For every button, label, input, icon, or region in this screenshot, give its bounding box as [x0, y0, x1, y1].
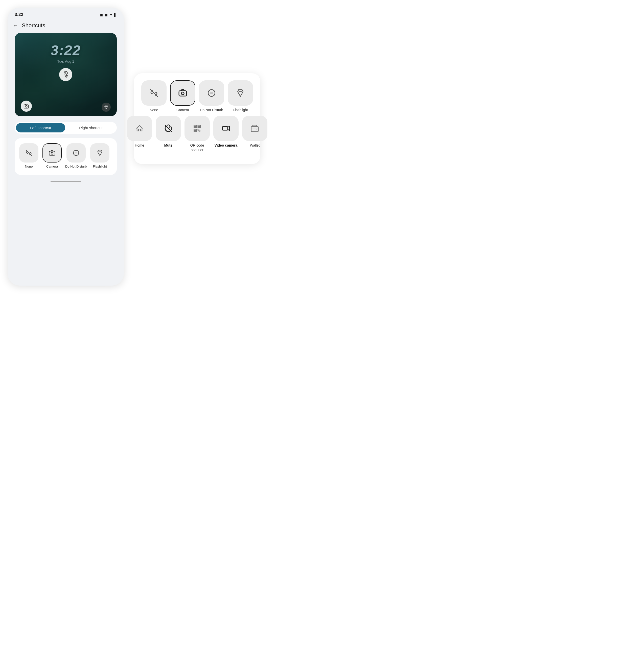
svg-point-6: [51, 152, 53, 154]
popup-none-button[interactable]: [141, 80, 166, 105]
shortcut-flashlight-label: Flashlight: [93, 164, 107, 169]
popup-qr-button[interactable]: [185, 116, 210, 141]
popup-item-flashlight: Flashlight: [228, 80, 253, 112]
shortcut-dnd-label: Do Not Disturb: [65, 164, 87, 169]
popup-flashlight-label: Flashlight: [233, 107, 248, 112]
lockscreen-right-shortcut[interactable]: [101, 102, 111, 112]
sim2-icon: ▣: [104, 13, 108, 17]
popup-dnd-label: Do Not Disturb: [200, 107, 223, 112]
popup-item-home: Home: [127, 116, 152, 152]
popup-mute-button[interactable]: [156, 116, 181, 141]
svg-marker-2: [104, 105, 108, 109]
tab-right-shortcut[interactable]: Right shortcut: [66, 123, 116, 132]
popup-home-button[interactable]: [127, 116, 152, 141]
popup-flashlight-button[interactable]: [228, 80, 253, 105]
svg-marker-9: [98, 150, 102, 156]
shortcut-item-dnd: Do Not Disturb: [65, 143, 87, 169]
page-title: Shortcuts: [22, 22, 45, 29]
popup-dnd-button[interactable]: [199, 80, 224, 105]
shortcut-tabs: Left shortcut Right shortcut: [15, 122, 117, 134]
popup-item-videocam: Video camera: [213, 116, 238, 152]
svg-point-1: [25, 105, 27, 107]
svg-rect-26: [251, 127, 258, 132]
popup-item-dnd: Do Not Disturb: [199, 80, 224, 112]
status-time: 3:22: [15, 12, 23, 17]
sim-icon: ▣: [99, 13, 103, 17]
fingerprint-icon: [59, 68, 72, 81]
status-icons: ▣ ▣ ▼ ▌: [99, 13, 117, 17]
popup-item-qr: QR code scanner: [185, 116, 210, 152]
shortcut-dnd-button[interactable]: [66, 143, 86, 162]
shortcut-item-flashlight: Flashlight: [90, 143, 110, 169]
popup-videocam-label: Video camera: [215, 143, 237, 148]
lockscreen-date: Tue, Aug 1: [57, 59, 74, 63]
lockscreen-preview: 3:22 Tue, Aug 1: [15, 33, 117, 116]
popup-mute-label: Mute: [164, 143, 172, 148]
shortcut-grid: None Camera: [19, 143, 113, 169]
popup-videocam-button[interactable]: [213, 116, 238, 141]
popup-camera-button[interactable]: [170, 80, 195, 105]
popup-camera-label: Camera: [176, 107, 189, 112]
shortcut-camera-button[interactable]: [43, 143, 62, 162]
popup-panel: None Camera Do Not Disturb: [134, 73, 260, 164]
popup-item-none: None: [141, 80, 166, 112]
back-button[interactable]: ←: [13, 23, 18, 28]
popup-qr-label: QR code scanner: [185, 143, 210, 152]
home-indicator: [51, 181, 81, 182]
popup-wallet-button[interactable]: [242, 116, 267, 141]
shortcut-item-none: None: [19, 143, 39, 169]
svg-rect-24: [195, 130, 196, 131]
popup-row-2: Home Mute: [140, 116, 254, 152]
shortcut-grid-container: None Camera: [15, 138, 117, 175]
popup-item-mute: Mute: [156, 116, 181, 152]
popup-row-1: None Camera Do Not Disturb: [140, 80, 254, 112]
svg-point-13: [182, 92, 184, 95]
popup-item-camera: Camera: [170, 80, 195, 112]
phone-frame: 3:22 ▣ ▣ ▼ ▌ ← Shortcuts 3:22 Tue, Aug 1: [8, 8, 124, 286]
shortcut-camera-label: Camera: [46, 164, 58, 169]
svg-rect-5: [49, 151, 55, 155]
svg-rect-12: [179, 91, 187, 96]
shortcut-none-label: None: [25, 164, 32, 169]
popup-home-label: Home: [135, 143, 144, 148]
tab-left-shortcut[interactable]: Left shortcut: [16, 123, 65, 132]
svg-rect-23: [199, 126, 200, 127]
page-header: ← Shortcuts: [8, 19, 124, 33]
popup-wallet-label: Wallet: [250, 143, 260, 148]
popup-none-label: None: [150, 107, 158, 112]
lockscreen-time: 3:22: [51, 42, 81, 58]
svg-rect-22: [195, 126, 196, 127]
status-bar: 3:22 ▣ ▣ ▼ ▌: [8, 8, 124, 19]
battery-icon: ▌: [114, 13, 117, 17]
popup-item-wallet: Wallet: [242, 116, 267, 152]
shortcut-item-camera: Camera: [42, 143, 62, 169]
shortcut-none-button[interactable]: [19, 143, 39, 162]
svg-rect-25: [222, 127, 228, 130]
shortcut-flashlight-button[interactable]: [90, 143, 110, 162]
lockscreen-left-shortcut[interactable]: [21, 100, 32, 112]
svg-marker-16: [237, 90, 243, 96]
wifi-icon: ▼: [109, 13, 113, 17]
